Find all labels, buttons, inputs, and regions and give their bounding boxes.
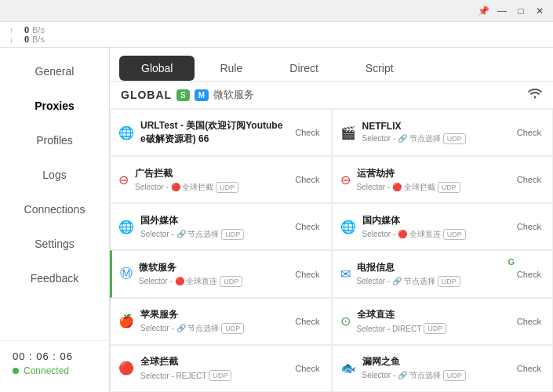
tag-udp-foreign-media: UDP — [221, 229, 244, 240]
download-unit: B/s — [32, 34, 45, 44]
proxy-card-domestic-media: 🌐 国内媒体 Selector - 🔴 全球直连 UDP Check — [332, 203, 554, 250]
card-info-urltest: URLTest - 美国(欢迎订阅Youtubee破解资源君) 66 — [140, 119, 286, 146]
maximize-button[interactable]: □ — [514, 4, 528, 18]
card-info-foreign-media: 国外媒体 Selector - 🔗 节点选择 UDP — [140, 214, 286, 240]
check-button-domestic-media[interactable]: Check — [514, 220, 544, 233]
tag-udp-ad-block: UDP — [216, 182, 238, 193]
card-selector-leaking-fish: Selector - 🔗 节点选择 UDP — [362, 370, 508, 381]
proxy-card-urltest: 🌐 URLTest - 美国(欢迎订阅Youtubee破解资源君) 66 Che… — [110, 109, 332, 156]
card-selector-microsoft: Selector - 🔴 全球直连 UDP — [139, 276, 286, 287]
card-icon-global-reject: 🔴 — [118, 361, 134, 376]
card-selector-hijack: Selector - 🔴 全球拦截 UDP — [357, 182, 508, 193]
main-layout: General Proxies Profiles Logs Connection… — [0, 48, 553, 392]
tag-udp-domestic-media: UDP — [443, 229, 466, 240]
proxy-card-telegram: ✉ 电报信息 Selector - 🔗 节点选择 UDP G Check — [332, 250, 554, 297]
card-info-apple: 苹果服务 Selector - 🔗 节点选择 UDP — [140, 308, 286, 334]
sidebar-bottom: 00 : 06 : 06 Connected — [0, 340, 109, 386]
check-button-foreign-media[interactable]: Check — [292, 220, 322, 233]
card-name-netflix: NETFLIX — [362, 121, 508, 132]
tag-udp-netflix: UDP — [443, 133, 466, 144]
card-icon-leaking-fish: 🐟 — [340, 361, 356, 376]
check-button-hijack[interactable]: Check — [514, 173, 544, 186]
card-icon-ad-block: ⊖ — [118, 172, 129, 187]
card-name-urltest: URLTest - 美国(欢迎订阅Youtubee破解资源君) 66 — [140, 119, 286, 146]
card-name-ad-block: 广告拦截 — [135, 167, 286, 180]
card-info-leaking-fish: 漏网之鱼 Selector - 🔗 节点选择 UDP — [362, 355, 508, 381]
tab-direct[interactable]: Direct — [267, 56, 340, 81]
sidebar-item-general[interactable]: General — [0, 54, 109, 89]
card-info-telegram: 电报信息 Selector - 🔗 节点选择 UDP — [357, 261, 508, 287]
check-button-global-direct[interactable]: Check — [514, 315, 544, 328]
card-icon-domestic-media: 🌐 — [340, 220, 356, 234]
proxy-card-microsoft: Ⓜ 微软服务 Selector - 🔴 全球直连 UDP Check — [110, 250, 332, 297]
close-button[interactable]: ✕ — [533, 4, 547, 18]
badge-m: M — [195, 89, 209, 101]
card-info-hijack: 运营劫持 Selector - 🔴 全球拦截 UDP — [357, 167, 508, 193]
sidebar-item-settings[interactable]: Settings — [0, 227, 109, 261]
card-icon-netflix: 🎬 — [340, 125, 356, 140]
card-icon-apple: 🍎 — [118, 314, 134, 328]
tag-udp-leaking-fish: UDP — [443, 370, 466, 381]
check-button-netflix[interactable]: Check — [514, 126, 544, 139]
g-label-telegram: G — [508, 257, 515, 267]
card-selector-netflix: Selector - 🔗 节点选择 UDP — [362, 133, 508, 144]
tab-rule[interactable]: Rule — [198, 56, 264, 81]
card-icon-hijack: ⊖ — [340, 172, 351, 187]
global-service-name: 微软服务 — [213, 88, 254, 102]
tag-udp-telegram: UDP — [438, 276, 460, 287]
card-selector-telegram: Selector - 🔗 节点选择 UDP — [357, 276, 508, 287]
check-button-global-reject[interactable]: Check — [292, 362, 322, 375]
sidebar: General Proxies Profiles Logs Connection… — [0, 48, 110, 392]
upload-arrow: ↑ — [9, 26, 13, 34]
card-info-netflix: NETFLIX Selector - 🔗 节点选择 UDP — [362, 121, 508, 144]
check-button-ad-block[interactable]: Check — [292, 173, 322, 186]
card-name-hijack: 运营劫持 — [357, 167, 508, 180]
download-value: 0 — [16, 34, 29, 44]
card-name-telegram: 电报信息 — [357, 261, 508, 274]
card-selector-apple: Selector - 🔗 节点选择 UDP — [140, 323, 286, 334]
upload-unit: B/s — [32, 25, 45, 34]
card-name-global-reject: 全球拦截 — [140, 355, 286, 368]
proxy-card-apple: 🍎 苹果服务 Selector - 🔗 节点选择 UDP Check — [110, 298, 332, 345]
card-selector-global-direct: Selector - DIRECT UDP — [357, 323, 508, 334]
proxy-card-leaking-fish: 🐟 漏网之鱼 Selector - 🔗 节点选择 UDP Check — [332, 345, 554, 392]
card-selector-domestic-media: Selector - 🔴 全球直连 UDP — [362, 229, 508, 240]
sidebar-item-connections[interactable]: Connections — [0, 192, 109, 227]
sidebar-item-proxies[interactable]: Proxies — [0, 89, 109, 123]
card-name-global-direct: 全球直连 — [357, 308, 508, 321]
proxy-card-foreign-media: 🌐 国外媒体 Selector - 🔗 节点选择 UDP Check — [110, 203, 332, 250]
tab-script[interactable]: Script — [344, 56, 416, 81]
check-button-microsoft[interactable]: Check — [292, 268, 322, 281]
upload-value: 0 — [16, 25, 29, 34]
proxy-card-ad-block: ⊖ 广告拦截 Selector - 🔴 全球拦截 UDP Check — [110, 156, 332, 203]
wifi-icon — [528, 88, 542, 102]
check-button-urltest[interactable]: Check — [292, 126, 322, 139]
card-info-global-reject: 全球拦截 Selector - REJECT UDP — [140, 355, 286, 381]
tag-udp-microsoft: UDP — [220, 276, 242, 287]
tab-global[interactable]: Global — [119, 56, 195, 81]
content-area: Global Rule Direct Script GLOBAL S M 微软服… — [110, 48, 553, 392]
card-info-global-direct: 全球直连 Selector - DIRECT UDP — [357, 308, 508, 334]
title-bar: 📌 — □ ✕ — [0, 0, 553, 22]
download-arrow: ↓ — [9, 35, 13, 44]
check-button-apple[interactable]: Check — [292, 315, 322, 328]
proxy-card-global-reject: 🔴 全球拦截 Selector - REJECT UDP Check — [110, 345, 332, 392]
tag-udp-global-direct: UDP — [424, 323, 446, 334]
pin-button[interactable]: 📌 — [476, 4, 490, 18]
card-name-leaking-fish: 漏网之鱼 — [362, 355, 508, 368]
check-button-telegram[interactable]: Check — [514, 268, 544, 281]
card-selector-foreign-media: Selector - 🔗 节点选择 UDP — [140, 229, 286, 240]
sidebar-item-feedback[interactable]: Feedback — [0, 261, 109, 296]
card-name-foreign-media: 国外媒体 — [140, 214, 286, 227]
card-selector-global-reject: Selector - REJECT UDP — [140, 370, 286, 381]
sidebar-item-profiles[interactable]: Profiles — [0, 123, 109, 158]
sidebar-item-logs[interactable]: Logs — [0, 158, 109, 192]
tab-bar: Global Rule Direct Script — [110, 48, 553, 82]
proxy-card-hijack: ⊖ 运营劫持 Selector - 🔴 全球拦截 UDP Check — [332, 156, 554, 203]
cards-grid: 🌐 URLTest - 美国(欢迎订阅Youtubee破解资源君) 66 Che… — [110, 109, 553, 392]
card-info-ad-block: 广告拦截 Selector - 🔴 全球拦截 UDP — [135, 167, 286, 193]
card-icon-global-direct: ⊙ — [340, 314, 351, 328]
check-button-leaking-fish[interactable]: Check — [514, 362, 544, 375]
proxy-card-global-direct: ⊙ 全球直连 Selector - DIRECT UDP Check — [332, 298, 554, 345]
minimize-button[interactable]: — — [495, 4, 509, 18]
